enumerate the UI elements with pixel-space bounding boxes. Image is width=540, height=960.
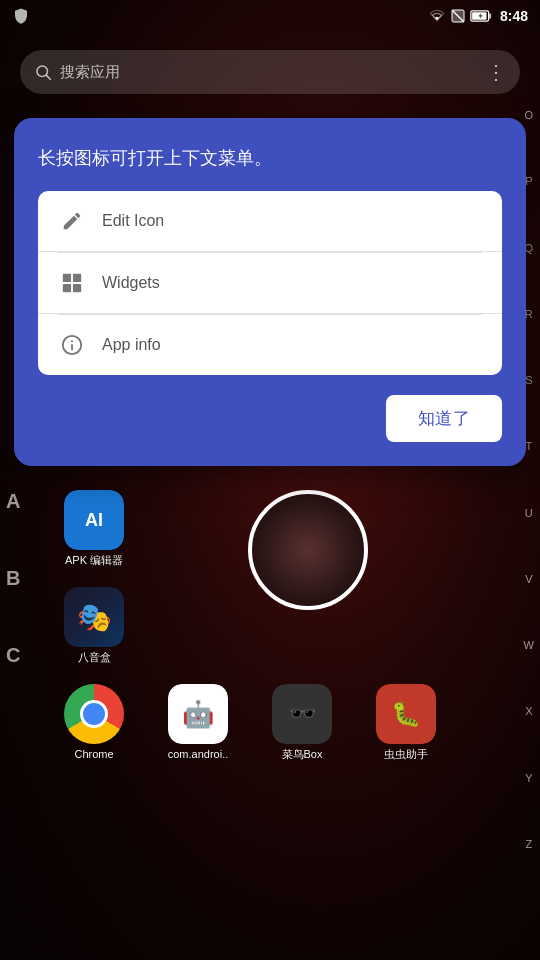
menu-item-edit-icon[interactable]: Edit Icon [38, 191, 502, 252]
status-bar-left: ! [12, 7, 30, 25]
widgets-icon [58, 269, 86, 297]
status-bar-right: 8:48 [428, 8, 528, 24]
svg-rect-9 [73, 274, 81, 282]
menu-label-widgets: Widgets [102, 274, 160, 292]
menu-item-app-info[interactable]: App info [38, 315, 502, 375]
pencil-icon [58, 207, 86, 235]
menu-label-edit-icon: Edit Icon [102, 212, 164, 230]
menu-label-app-info: App info [102, 336, 161, 354]
info-icon [58, 331, 86, 359]
svg-rect-11 [73, 284, 81, 292]
svg-rect-4 [489, 13, 491, 18]
dialog-actions: 知道了 [38, 395, 502, 442]
no-sim-icon [450, 8, 466, 24]
shield-icon: ! [12, 7, 30, 25]
dialog-card: 长按图标可打开上下文菜单。 Edit Icon [14, 118, 526, 466]
status-time: 8:48 [500, 8, 528, 24]
svg-rect-14 [71, 344, 73, 350]
status-bar: ! 8:48 [0, 0, 540, 32]
svg-rect-10 [63, 284, 71, 292]
dialog-backdrop: 长按图标可打开上下文菜单。 Edit Icon [0, 0, 540, 960]
gotit-button[interactable]: 知道了 [386, 395, 503, 442]
context-menu: Edit Icon Widgets [38, 191, 502, 375]
dialog-hint-text: 长按图标可打开上下文菜单。 [38, 146, 502, 171]
battery-icon [470, 9, 492, 23]
svg-text:!: ! [20, 13, 22, 20]
svg-point-13 [71, 340, 73, 342]
svg-rect-8 [63, 274, 71, 282]
menu-item-widgets[interactable]: Widgets [38, 253, 502, 314]
wifi-icon [428, 9, 446, 23]
